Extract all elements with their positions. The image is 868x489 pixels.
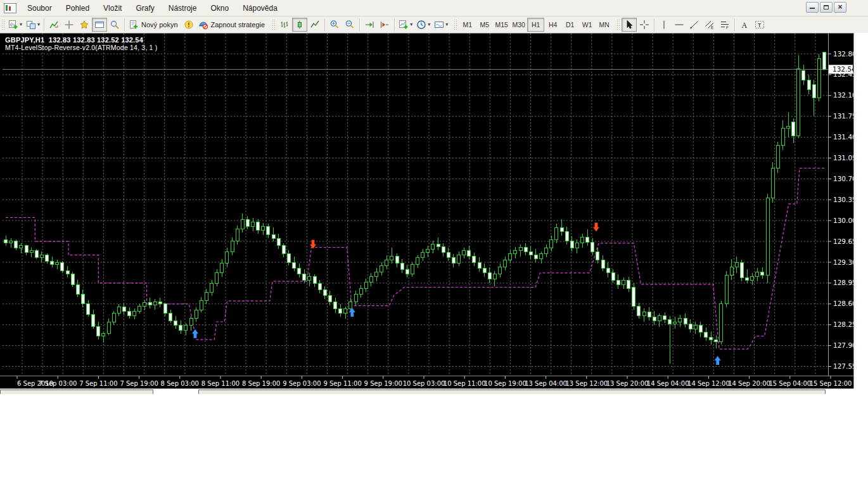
time-axis-label: 14 Sep 04:00 xyxy=(647,380,689,387)
mt4-application-window: Soubor Pohled Vložit Grafy Nástroje Okno… xyxy=(0,0,868,489)
toolbar-gripper[interactable] xyxy=(272,19,275,30)
timeframe-H1-button[interactable]: H1 xyxy=(527,18,544,32)
timeframe-M5-button[interactable]: M5 xyxy=(476,18,493,32)
cursor-button[interactable] xyxy=(622,18,637,32)
app-icon xyxy=(4,3,16,13)
text-button[interactable]: A xyxy=(737,18,752,32)
templates-dropdown-icon[interactable]: ▾ xyxy=(445,22,448,27)
new-chart-button[interactable]: ▾ xyxy=(6,18,24,32)
expert-advisors-button[interactable]: Zapnout strategie xyxy=(196,18,269,32)
menu-bar: Soubor Pohled Vložit Grafy Nástroje Okno… xyxy=(0,0,868,16)
zoom-in-button[interactable] xyxy=(327,18,342,32)
time-axis-label: 9 Sep 03:00 xyxy=(283,380,321,387)
time-axis-label: 13 Sep 04:00 xyxy=(525,380,567,387)
toolbar-gripper[interactable] xyxy=(454,19,457,30)
time-axis-label: 8 Sep 19:00 xyxy=(242,380,280,387)
chart-window[interactable]: 132.80132.45132.10131.75131.40131.05130.… xyxy=(0,33,853,388)
time-axis-label: 8 Sep 03:00 xyxy=(161,380,199,387)
fibonacci-icon: F xyxy=(720,20,730,30)
time-axis-label: 14 Sep 20:00 xyxy=(728,380,770,387)
chart-shift-button[interactable] xyxy=(377,18,392,32)
timeframe-W1-label: W1 xyxy=(582,21,592,29)
minimized-window-fragment-right[interactable] xyxy=(198,390,826,394)
menu-nastroje[interactable]: Nástroje xyxy=(162,1,204,15)
timeframe-M1-label: M1 xyxy=(463,21,472,29)
horizontal-line-icon xyxy=(674,20,684,30)
navigator-button[interactable] xyxy=(77,18,92,32)
timeframe-M15-button[interactable]: M15 xyxy=(493,18,510,32)
time-axis-label: 15 Sep 12:00 xyxy=(810,380,852,387)
timeframe-M15-label: M15 xyxy=(495,21,507,29)
svg-text:E: E xyxy=(711,25,714,30)
svg-text:128.25: 128.25 xyxy=(833,321,853,328)
alert-icon xyxy=(184,20,194,30)
menu-pohled[interactable]: Pohled xyxy=(59,1,96,15)
timeframe-M30-button[interactable]: M30 xyxy=(510,18,527,32)
svg-text:131.75: 131.75 xyxy=(833,112,853,120)
data-window-button[interactable] xyxy=(61,18,77,32)
svg-text:131.40: 131.40 xyxy=(833,133,853,141)
menu-napoveda[interactable]: Nápověda xyxy=(236,1,284,15)
minimize-button[interactable] xyxy=(806,2,819,13)
window-chrome: Soubor Pohled Vložit Grafy Nástroje Okno… xyxy=(0,0,868,33)
fibonacci-button[interactable]: F xyxy=(717,18,732,32)
periods-dropdown-icon[interactable]: ▾ xyxy=(428,22,430,27)
text-icon: A xyxy=(739,20,750,30)
profiles-dropdown-icon[interactable]: ▾ xyxy=(37,22,40,27)
terminal-button[interactable] xyxy=(92,18,107,32)
profiles-button[interactable]: ▾ xyxy=(24,18,42,32)
horizontal-line-button[interactable] xyxy=(672,18,687,32)
indicators-dropdown-icon[interactable]: ▾ xyxy=(410,22,412,27)
periods-icon xyxy=(416,20,426,30)
toolbar-gripper[interactable] xyxy=(1,19,4,30)
vertical-line-button[interactable] xyxy=(656,18,672,32)
menu-okno[interactable]: Okno xyxy=(203,1,236,15)
timeframe-M1-button[interactable]: M1 xyxy=(459,18,476,32)
toolbar-separator xyxy=(124,18,125,31)
svg-text:130.70: 130.70 xyxy=(833,175,853,182)
trendline-button[interactable] xyxy=(687,18,702,32)
minimized-window-fragment-left[interactable] xyxy=(0,390,153,394)
expert-advisors-icon xyxy=(198,20,208,30)
alert-button[interactable] xyxy=(181,18,196,32)
market-watch-button[interactable] xyxy=(46,18,61,32)
strategy-tester-button[interactable] xyxy=(107,18,122,32)
restore-button[interactable] xyxy=(820,2,833,13)
zoom-out-button[interactable] xyxy=(342,18,357,32)
line-chart-button[interactable] xyxy=(307,18,322,32)
templates-button[interactable]: ▾ xyxy=(432,18,450,32)
time-axis-label: 13 Sep 12:00 xyxy=(565,380,608,387)
timeframe-M30-label: M30 xyxy=(512,21,525,29)
toolbar-group-timeframes: M1M5M15M30H1H4D1W1MN xyxy=(452,16,615,33)
indicators-button[interactable]: ▾ xyxy=(397,18,414,32)
candlestick-button[interactable] xyxy=(292,18,307,32)
toolbar: ▾▾Nový pokynZapnout strategie▾▾▾M1M5M15M… xyxy=(0,16,868,33)
toolbar-separator xyxy=(359,18,360,31)
timeframe-W1-button[interactable]: W1 xyxy=(578,18,596,32)
timeframe-MN-button[interactable]: MN xyxy=(596,18,613,32)
menu-soubor[interactable]: Soubor xyxy=(20,1,59,15)
timeframe-D1-button[interactable]: D1 xyxy=(561,18,578,32)
chart-canvas[interactable]: 132.80132.45132.10131.75131.40131.05130.… xyxy=(0,34,853,389)
toolbar-gripper[interactable] xyxy=(616,19,620,30)
time-axis-label: 10 Sep 19:00 xyxy=(484,380,527,387)
timeframe-H4-button[interactable]: H4 xyxy=(544,18,561,32)
text-label-icon: T xyxy=(755,20,765,30)
auto-scroll-button[interactable] xyxy=(362,18,377,32)
bar-chart-button[interactable] xyxy=(277,18,292,32)
crosshair-button[interactable] xyxy=(637,18,652,32)
timeframe-M5-label: M5 xyxy=(480,21,489,29)
periods-button[interactable]: ▾ xyxy=(414,18,432,32)
svg-text:132.80: 132.80 xyxy=(833,50,853,58)
menu-grafy[interactable]: Grafy xyxy=(129,1,161,15)
minimize-icon xyxy=(810,8,815,9)
bar-chart-icon xyxy=(279,20,290,30)
close-button[interactable]: × xyxy=(834,2,846,13)
new-chart-dropdown-icon[interactable]: ▾ xyxy=(20,22,22,27)
menu-vlozit[interactable]: Vložit xyxy=(96,1,129,15)
text-label-button[interactable]: T xyxy=(752,18,767,32)
window-controls: × xyxy=(806,2,846,13)
time-axis-label: 7 Sep 19:00 xyxy=(120,380,158,387)
equidistant-channel-button[interactable]: E xyxy=(702,18,717,32)
new-order-button[interactable]: Nový pokyn xyxy=(127,18,181,32)
